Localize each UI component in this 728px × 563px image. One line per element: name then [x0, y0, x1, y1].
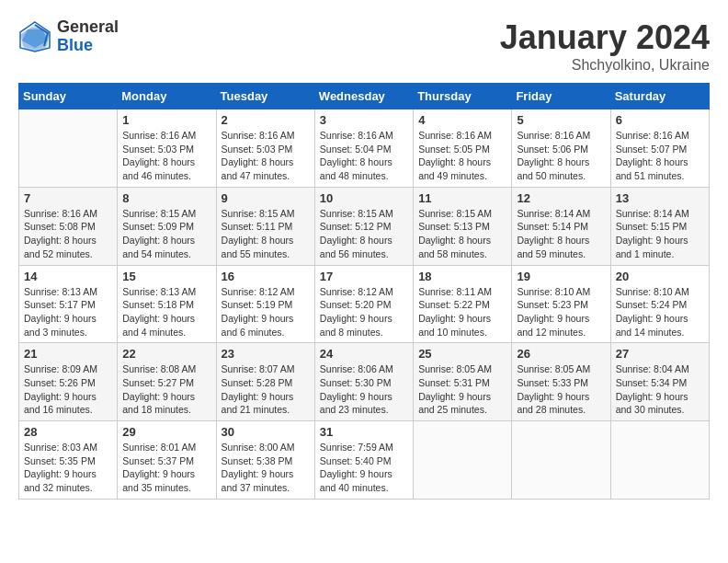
day-number: 11 — [418, 191, 506, 205]
calendar-cell: 5Sunrise: 8:16 AMSunset: 5:06 PMDaylight… — [512, 109, 610, 188]
weekday-header-thursday: Thursday — [414, 84, 512, 109]
day-number: 19 — [517, 270, 605, 283]
calendar-table: SundayMondayTuesdayWednesdayThursdayFrid… — [18, 83, 710, 500]
calendar-cell: 8Sunrise: 8:15 AMSunset: 5:09 PMDaylight… — [118, 187, 216, 265]
calendar-cell: 21Sunrise: 8:09 AMSunset: 5:26 PMDayligh… — [19, 343, 118, 421]
day-number: 4 — [418, 113, 506, 127]
day-info: Sunrise: 8:15 AMSunset: 5:12 PMDaylight:… — [320, 207, 408, 261]
day-info: Sunrise: 8:12 AMSunset: 5:19 PMDaylight:… — [222, 285, 310, 339]
weekday-header-tuesday: Tuesday — [216, 84, 314, 109]
calendar-cell: 14Sunrise: 8:13 AMSunset: 5:17 PMDayligh… — [19, 265, 118, 343]
calendar-week-row: 14Sunrise: 8:13 AMSunset: 5:17 PMDayligh… — [19, 265, 710, 343]
calendar-cell — [19, 109, 118, 188]
day-number: 26 — [517, 347, 605, 361]
weekday-header-monday: Monday — [118, 84, 216, 109]
calendar-cell: 13Sunrise: 8:14 AMSunset: 5:15 PMDayligh… — [610, 187, 709, 265]
day-number: 6 — [616, 113, 704, 127]
day-number: 5 — [517, 113, 605, 127]
day-info: Sunrise: 8:16 AMSunset: 5:05 PMDaylight:… — [418, 129, 506, 183]
day-number: 16 — [222, 270, 310, 283]
calendar-cell: 31Sunrise: 7:59 AMSunset: 5:40 PMDayligh… — [314, 421, 413, 500]
calendar-cell: 18Sunrise: 8:11 AMSunset: 5:22 PMDayligh… — [414, 265, 512, 343]
day-number: 24 — [320, 347, 408, 361]
day-info: Sunrise: 8:11 AMSunset: 5:22 PMDaylight:… — [418, 285, 506, 339]
day-info: Sunrise: 8:00 AMSunset: 5:38 PMDaylight:… — [222, 441, 310, 495]
calendar-cell: 22Sunrise: 8:08 AMSunset: 5:27 PMDayligh… — [118, 343, 216, 421]
page-header: General Blue January 2024 Shchyolkino, U… — [18, 18, 710, 74]
day-number: 2 — [222, 113, 310, 127]
day-info: Sunrise: 8:14 AMSunset: 5:15 PMDaylight:… — [616, 207, 704, 261]
day-number: 22 — [122, 347, 210, 361]
weekday-header-row: SundayMondayTuesdayWednesdayThursdayFrid… — [19, 84, 710, 109]
calendar-cell: 1Sunrise: 8:16 AMSunset: 5:03 PMDaylight… — [118, 109, 216, 188]
calendar-cell: 28Sunrise: 8:03 AMSunset: 5:35 PMDayligh… — [19, 421, 118, 500]
location: Shchyolkino, Ukraine — [500, 57, 710, 74]
month-title: January 2024 — [500, 18, 710, 57]
calendar-header: SundayMondayTuesdayWednesdayThursdayFrid… — [19, 84, 710, 109]
calendar-cell: 6Sunrise: 8:16 AMSunset: 5:07 PMDaylight… — [610, 109, 709, 188]
calendar-cell: 2Sunrise: 8:16 AMSunset: 5:03 PMDaylight… — [216, 109, 314, 188]
day-info: Sunrise: 8:16 AMSunset: 5:03 PMDaylight:… — [222, 129, 310, 183]
weekday-header-sunday: Sunday — [19, 84, 118, 109]
day-info: Sunrise: 8:16 AMSunset: 5:08 PMDaylight:… — [24, 207, 112, 261]
logo-icon — [18, 20, 51, 53]
day-number: 12 — [517, 191, 605, 205]
weekday-header-saturday: Saturday — [610, 84, 709, 109]
day-info: Sunrise: 7:59 AMSunset: 5:40 PMDaylight:… — [320, 441, 408, 495]
calendar-cell: 11Sunrise: 8:15 AMSunset: 5:13 PMDayligh… — [414, 187, 512, 265]
calendar-cell: 27Sunrise: 8:04 AMSunset: 5:34 PMDayligh… — [610, 343, 709, 421]
day-number: 17 — [320, 270, 408, 283]
day-info: Sunrise: 8:15 AMSunset: 5:11 PMDaylight:… — [222, 207, 310, 261]
day-info: Sunrise: 8:09 AMSunset: 5:26 PMDaylight:… — [24, 362, 112, 417]
calendar-cell: 30Sunrise: 8:00 AMSunset: 5:38 PMDayligh… — [216, 421, 314, 500]
day-info: Sunrise: 8:10 AMSunset: 5:23 PMDaylight:… — [517, 285, 605, 339]
day-info: Sunrise: 8:16 AMSunset: 5:07 PMDaylight:… — [616, 129, 704, 183]
day-number: 21 — [24, 347, 112, 361]
day-number: 31 — [320, 425, 408, 439]
calendar-cell: 9Sunrise: 8:15 AMSunset: 5:11 PMDaylight… — [216, 187, 314, 265]
day-number: 14 — [24, 270, 112, 283]
title-area: January 2024 Shchyolkino, Ukraine — [500, 18, 710, 74]
day-number: 7 — [24, 191, 112, 205]
day-number: 13 — [616, 191, 704, 205]
calendar-cell: 7Sunrise: 8:16 AMSunset: 5:08 PMDaylight… — [19, 187, 118, 265]
calendar-cell: 16Sunrise: 8:12 AMSunset: 5:19 PMDayligh… — [216, 265, 314, 343]
calendar-week-row: 28Sunrise: 8:03 AMSunset: 5:35 PMDayligh… — [19, 421, 710, 500]
day-number: 1 — [122, 113, 210, 127]
day-info: Sunrise: 8:12 AMSunset: 5:20 PMDaylight:… — [320, 285, 408, 339]
day-info: Sunrise: 8:10 AMSunset: 5:24 PMDaylight:… — [616, 285, 704, 339]
day-number: 23 — [222, 347, 310, 361]
weekday-header-friday: Friday — [512, 84, 610, 109]
calendar-cell: 4Sunrise: 8:16 AMSunset: 5:05 PMDaylight… — [414, 109, 512, 188]
calendar-cell: 23Sunrise: 8:07 AMSunset: 5:28 PMDayligh… — [216, 343, 314, 421]
calendar-body: 1Sunrise: 8:16 AMSunset: 5:03 PMDaylight… — [19, 109, 710, 500]
day-number: 30 — [222, 425, 310, 439]
calendar-cell: 20Sunrise: 8:10 AMSunset: 5:24 PMDayligh… — [610, 265, 709, 343]
calendar-cell: 19Sunrise: 8:10 AMSunset: 5:23 PMDayligh… — [512, 265, 610, 343]
day-info: Sunrise: 8:16 AMSunset: 5:06 PMDaylight:… — [517, 129, 605, 183]
calendar-week-row: 7Sunrise: 8:16 AMSunset: 5:08 PMDaylight… — [19, 187, 710, 265]
calendar-week-row: 1Sunrise: 8:16 AMSunset: 5:03 PMDaylight… — [19, 109, 710, 188]
day-info: Sunrise: 8:04 AMSunset: 5:34 PMDaylight:… — [616, 362, 704, 417]
calendar-cell: 24Sunrise: 8:06 AMSunset: 5:30 PMDayligh… — [314, 343, 413, 421]
calendar-cell: 29Sunrise: 8:01 AMSunset: 5:37 PMDayligh… — [118, 421, 216, 500]
day-number: 25 — [418, 347, 506, 361]
day-number: 8 — [122, 191, 210, 205]
day-info: Sunrise: 8:15 AMSunset: 5:13 PMDaylight:… — [418, 207, 506, 261]
calendar-cell: 17Sunrise: 8:12 AMSunset: 5:20 PMDayligh… — [314, 265, 413, 343]
day-number: 3 — [320, 113, 408, 127]
day-info: Sunrise: 8:05 AMSunset: 5:31 PMDaylight:… — [418, 362, 506, 417]
calendar-cell: 26Sunrise: 8:05 AMSunset: 5:33 PMDayligh… — [512, 343, 610, 421]
day-info: Sunrise: 8:13 AMSunset: 5:17 PMDaylight:… — [24, 285, 112, 339]
calendar-cell — [414, 421, 512, 500]
calendar-week-row: 21Sunrise: 8:09 AMSunset: 5:26 PMDayligh… — [19, 343, 710, 421]
day-number: 18 — [418, 270, 506, 283]
day-number: 27 — [616, 347, 704, 361]
day-info: Sunrise: 8:08 AMSunset: 5:27 PMDaylight:… — [122, 362, 210, 417]
day-number: 9 — [222, 191, 310, 205]
day-info: Sunrise: 8:15 AMSunset: 5:09 PMDaylight:… — [122, 207, 210, 261]
day-info: Sunrise: 8:07 AMSunset: 5:28 PMDaylight:… — [222, 362, 310, 417]
calendar-cell: 15Sunrise: 8:13 AMSunset: 5:18 PMDayligh… — [118, 265, 216, 343]
day-info: Sunrise: 8:16 AMSunset: 5:03 PMDaylight:… — [122, 129, 210, 183]
logo-text: General Blue — [57, 18, 119, 55]
